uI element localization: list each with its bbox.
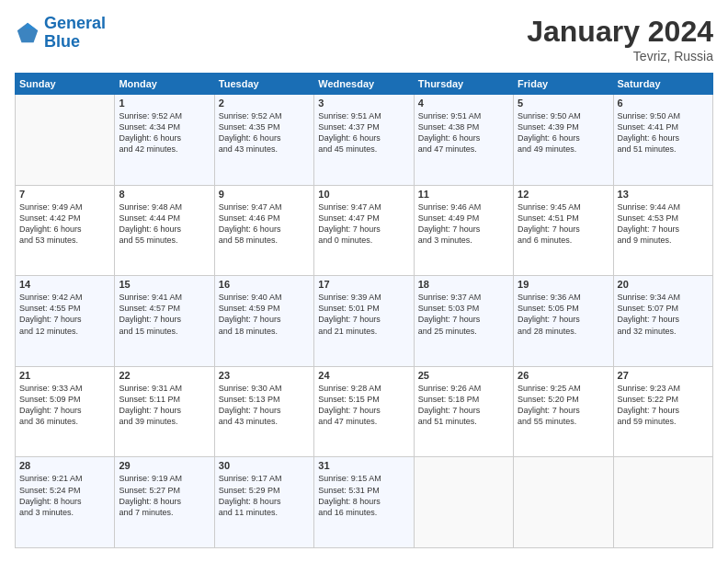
calendar-cell: 10Sunrise: 9:47 AMSunset: 4:47 PMDayligh…	[314, 185, 414, 276]
day-number: 17	[318, 279, 409, 290]
day-info: Sunrise: 9:46 AMSunset: 4:49 PMDaylight:…	[418, 201, 509, 247]
day-number: 3	[318, 98, 409, 109]
day-info: Sunrise: 9:45 AMSunset: 4:51 PMDaylight:…	[518, 201, 609, 247]
calendar-cell: 30Sunrise: 9:17 AMSunset: 5:29 PMDayligh…	[214, 457, 313, 548]
calendar-cell: 27Sunrise: 9:23 AMSunset: 5:22 PMDayligh…	[613, 366, 712, 457]
day-info: Sunrise: 9:39 AMSunset: 5:01 PMDaylight:…	[318, 292, 409, 337]
calendar-week-2: 7Sunrise: 9:49 AMSunset: 4:42 PMDaylight…	[16, 185, 713, 276]
day-header-sunday: Sunday	[16, 74, 115, 95]
day-info: Sunrise: 9:52 AMSunset: 4:34 PMDaylight:…	[119, 110, 210, 155]
logo-general: General	[44, 14, 106, 32]
day-number: 29	[119, 460, 210, 471]
calendar-week-4: 21Sunrise: 9:33 AMSunset: 5:09 PMDayligh…	[16, 366, 713, 457]
calendar-week-5: 28Sunrise: 9:21 AMSunset: 5:24 PMDayligh…	[16, 457, 713, 548]
header: General Blue January 2024 Tevriz, Russia	[15, 15, 713, 63]
calendar-cell: 25Sunrise: 9:26 AMSunset: 5:18 PMDayligh…	[414, 366, 513, 457]
day-number: 18	[418, 279, 509, 290]
day-number: 30	[219, 460, 310, 471]
calendar-cell: 6Sunrise: 9:50 AMSunset: 4:41 PMDaylight…	[613, 95, 712, 186]
day-info: Sunrise: 9:26 AMSunset: 5:18 PMDaylight:…	[418, 383, 509, 428]
logo-blue: Blue	[44, 32, 80, 51]
calendar-cell: 22Sunrise: 9:31 AMSunset: 5:11 PMDayligh…	[115, 366, 214, 457]
day-number: 21	[19, 370, 110, 381]
day-info: Sunrise: 9:40 AMSunset: 4:59 PMDaylight:…	[219, 292, 310, 337]
day-number: 7	[19, 189, 110, 200]
logo-text: General Blue	[44, 15, 106, 52]
day-number: 23	[219, 370, 310, 381]
day-number: 9	[219, 189, 310, 200]
day-number: 24	[318, 370, 409, 381]
calendar-cell: 11Sunrise: 9:46 AMSunset: 4:49 PMDayligh…	[414, 185, 513, 276]
calendar-cell: 13Sunrise: 9:44 AMSunset: 4:53 PMDayligh…	[613, 185, 712, 276]
calendar-cell: 1Sunrise: 9:52 AMSunset: 4:34 PMDaylight…	[115, 95, 214, 186]
day-info: Sunrise: 9:51 AMSunset: 4:37 PMDaylight:…	[318, 110, 409, 155]
day-number: 28	[19, 460, 110, 471]
calendar-cell: 28Sunrise: 9:21 AMSunset: 5:24 PMDayligh…	[16, 457, 115, 548]
day-info: Sunrise: 9:50 AMSunset: 4:41 PMDaylight:…	[618, 110, 709, 155]
page: General Blue January 2024 Tevriz, Russia…	[0, 0, 728, 563]
location: Tevriz, Russia	[527, 49, 713, 63]
calendar-week-3: 14Sunrise: 9:42 AMSunset: 4:55 PMDayligh…	[16, 276, 713, 367]
day-number: 5	[518, 98, 609, 109]
calendar-cell: 4Sunrise: 9:51 AMSunset: 4:38 PMDaylight…	[414, 95, 513, 186]
calendar-cell: 24Sunrise: 9:28 AMSunset: 5:15 PMDayligh…	[314, 366, 414, 457]
calendar-cell: 15Sunrise: 9:41 AMSunset: 4:57 PMDayligh…	[115, 276, 214, 367]
calendar-cell	[514, 457, 613, 548]
calendar-cell	[613, 457, 712, 548]
day-number: 6	[618, 98, 709, 109]
day-info: Sunrise: 9:30 AMSunset: 5:13 PMDaylight:…	[219, 383, 310, 428]
calendar-cell: 26Sunrise: 9:25 AMSunset: 5:20 PMDayligh…	[514, 366, 613, 457]
day-header-thursday: Thursday	[414, 74, 513, 95]
title-area: January 2024 Tevriz, Russia	[527, 15, 713, 63]
logo-icon	[15, 20, 40, 46]
calendar-cell: 14Sunrise: 9:42 AMSunset: 4:55 PMDayligh…	[16, 276, 115, 367]
day-info: Sunrise: 9:36 AMSunset: 5:05 PMDaylight:…	[518, 292, 609, 337]
day-number: 26	[518, 370, 609, 381]
day-number: 16	[219, 279, 310, 290]
day-number: 2	[219, 98, 310, 109]
calendar-cell: 3Sunrise: 9:51 AMSunset: 4:37 PMDaylight…	[314, 95, 414, 186]
calendar-cell	[16, 95, 115, 186]
day-info: Sunrise: 9:49 AMSunset: 4:42 PMDaylight:…	[19, 201, 110, 247]
day-number: 25	[418, 370, 509, 381]
day-info: Sunrise: 9:23 AMSunset: 5:22 PMDaylight:…	[618, 383, 709, 428]
day-info: Sunrise: 9:31 AMSunset: 5:11 PMDaylight:…	[119, 383, 210, 428]
day-number: 22	[119, 370, 210, 381]
day-info: Sunrise: 9:21 AMSunset: 5:24 PMDaylight:…	[19, 473, 110, 518]
day-info: Sunrise: 9:33 AMSunset: 5:09 PMDaylight:…	[19, 383, 110, 428]
day-number: 15	[119, 279, 210, 290]
day-number: 1	[119, 98, 210, 109]
day-info: Sunrise: 9:44 AMSunset: 4:53 PMDaylight:…	[618, 201, 709, 247]
day-number: 20	[618, 279, 709, 290]
logo: General Blue	[15, 15, 106, 52]
day-number: 13	[618, 189, 709, 200]
day-info: Sunrise: 9:19 AMSunset: 5:27 PMDaylight:…	[119, 473, 210, 518]
calendar-cell: 12Sunrise: 9:45 AMSunset: 4:51 PMDayligh…	[514, 185, 613, 276]
day-number: 27	[618, 370, 709, 381]
day-info: Sunrise: 9:25 AMSunset: 5:20 PMDaylight:…	[518, 383, 609, 428]
calendar-cell: 9Sunrise: 9:47 AMSunset: 4:46 PMDaylight…	[214, 185, 313, 276]
day-info: Sunrise: 9:52 AMSunset: 4:35 PMDaylight:…	[219, 110, 310, 155]
calendar-cell: 21Sunrise: 9:33 AMSunset: 5:09 PMDayligh…	[16, 366, 115, 457]
day-header-tuesday: Tuesday	[214, 74, 313, 95]
calendar-cell: 20Sunrise: 9:34 AMSunset: 5:07 PMDayligh…	[613, 276, 712, 367]
day-info: Sunrise: 9:42 AMSunset: 4:55 PMDaylight:…	[19, 292, 110, 337]
day-info: Sunrise: 9:47 AMSunset: 4:47 PMDaylight:…	[318, 201, 409, 247]
day-info: Sunrise: 9:28 AMSunset: 5:15 PMDaylight:…	[318, 383, 409, 428]
calendar-cell: 17Sunrise: 9:39 AMSunset: 5:01 PMDayligh…	[314, 276, 414, 367]
day-info: Sunrise: 9:48 AMSunset: 4:44 PMDaylight:…	[119, 201, 210, 247]
day-number: 11	[418, 189, 509, 200]
day-number: 14	[19, 279, 110, 290]
day-info: Sunrise: 9:17 AMSunset: 5:29 PMDaylight:…	[219, 473, 310, 518]
calendar-header-row: SundayMondayTuesdayWednesdayThursdayFrid…	[16, 74, 713, 95]
day-number: 8	[119, 189, 210, 200]
day-info: Sunrise: 9:37 AMSunset: 5:03 PMDaylight:…	[418, 292, 509, 337]
calendar-cell: 16Sunrise: 9:40 AMSunset: 4:59 PMDayligh…	[214, 276, 313, 367]
day-number: 4	[418, 98, 509, 109]
day-header-monday: Monday	[115, 74, 214, 95]
calendar-cell: 19Sunrise: 9:36 AMSunset: 5:05 PMDayligh…	[514, 276, 613, 367]
day-number: 12	[518, 189, 609, 200]
day-info: Sunrise: 9:41 AMSunset: 4:57 PMDaylight:…	[119, 292, 210, 337]
calendar-cell: 29Sunrise: 9:19 AMSunset: 5:27 PMDayligh…	[115, 457, 214, 548]
day-info: Sunrise: 9:50 AMSunset: 4:39 PMDaylight:…	[518, 110, 609, 155]
